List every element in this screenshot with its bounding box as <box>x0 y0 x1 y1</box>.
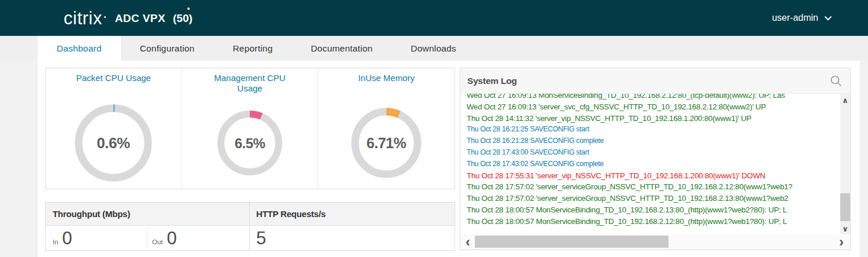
management-cpu-donut-chart: 6.5% <box>215 108 285 178</box>
management-cpu-donut: 6.5% <box>215 97 285 189</box>
inuse-memory-donut: 6.71% <box>349 97 423 189</box>
scroll-down-icon[interactable]: ∨ <box>840 223 850 234</box>
log-entry: Thu Oct 28 17:55:31 'server_vip_NSSVC_HT… <box>467 170 840 182</box>
packet-cpu-usage-chart: Packet CPU Usage 0.6% <box>46 68 182 189</box>
scroll-left-icon[interactable]: ‹ <box>460 234 475 249</box>
logo-trademark-icon <box>104 16 106 18</box>
log-entry: Wed Oct 27 16:09:13 'server_svc_cfg_NSSV… <box>467 101 840 113</box>
throughput-http-card: Throughput (Mbps) HTTP Requests/s In 0 O… <box>45 202 455 251</box>
system-log-header: System Log <box>460 68 850 94</box>
scroll-up-icon[interactable]: ∧ <box>840 95 850 105</box>
http-requests-value: 5 <box>256 229 266 248</box>
log-entry: Thu Oct 28 16:21:25 SAVECONFIG start <box>467 124 840 135</box>
log-vertical-scrollbar[interactable]: ∧ ∨ <box>840 94 850 235</box>
log-entry: Thu Oct 28 14:11:32 'server_vip_NSSVC_HT… <box>467 113 840 124</box>
throughput-out-metric: Out 0 <box>152 229 177 248</box>
log-entry: Thu Oct 28 16:21:28 SAVECONFIG complete <box>467 135 840 147</box>
app-header: citrix ADC VPX (50) user-admin <box>0 0 868 36</box>
tab-documentation[interactable]: Documentation <box>291 36 391 61</box>
log-entry: Thu Oct 28 17:57:02 'server_serviceGroup… <box>467 193 840 204</box>
system-log-list: Wed Oct 27 16:09:13 MonServiceBinding_TD… <box>460 94 850 227</box>
http-requests-metric: 5 <box>256 229 266 248</box>
throughput-http-values: In 0 Out 0 5 <box>46 226 455 250</box>
inuse-memory-value: 6.71% <box>367 135 407 151</box>
tab-downloads[interactable]: Downloads <box>391 36 475 61</box>
throughput-out-value: 0 <box>167 229 177 248</box>
throughput-in-value: 0 <box>62 229 72 248</box>
log-entry: Thu Oct 28 18:00:57 MonServiceBinding_TD… <box>467 204 840 216</box>
horizontal-scrollbar-thumb[interactable] <box>475 236 668 248</box>
app-title-count: (50) <box>173 12 193 25</box>
log-horizontal-scrollbar[interactable]: ‹ › <box>460 234 850 249</box>
log-entry: Wed Oct 27 16:09:13 MonServiceBinding_TD… <box>467 94 840 101</box>
log-entry: Thu Oct 28 17:43:00 SAVECONFIG start <box>467 147 840 159</box>
throughput-http-header: Throughput (Mbps) HTTP Requests/s <box>46 203 455 226</box>
inuse-memory-title: InUse Memory <box>358 73 415 97</box>
chevron-down-icon <box>824 16 832 21</box>
throughput-in-label: In <box>53 238 58 245</box>
search-icon[interactable] <box>830 75 843 87</box>
system-log-body: Wed Oct 27 16:09:13 MonServiceBinding_TD… <box>460 94 850 235</box>
management-cpu-usage-title: Management CPU Usage <box>201 73 299 97</box>
log-entry: Thu Oct 28 18:00:57 MonServiceBinding_TD… <box>467 216 840 227</box>
citrix-logo-text: citrix <box>64 8 102 29</box>
log-entry: Thu Oct 28 17:43:02 SAVECONFIG complete <box>467 159 840 170</box>
throughput-http-divider <box>249 203 250 250</box>
citrix-logo: citrix ADC VPX (50) <box>64 7 193 30</box>
app-title: ADC VPX <box>115 12 165 25</box>
user-menu-label: user-admin <box>772 13 818 23</box>
tab-configuration[interactable]: Configuration <box>121 36 214 61</box>
system-log-card: System Log Wed Oct 27 16:09:13 MonServic… <box>460 68 851 250</box>
management-cpu-value: 6.5% <box>235 135 265 151</box>
packet-cpu-donut-chart: 0.6% <box>73 102 154 183</box>
management-cpu-usage-chart: Management CPU Usage 6.5% <box>182 68 319 189</box>
in-out-divider <box>147 228 147 248</box>
user-menu[interactable]: user-admin <box>772 0 832 36</box>
scroll-right-icon[interactable]: › <box>834 234 849 249</box>
tab-reporting[interactable]: Reporting <box>213 36 291 61</box>
throughput-out-label: Out <box>152 238 163 245</box>
cpu-memory-charts-card: Packet CPU Usage 0.6% Management CPU Usa… <box>45 68 455 189</box>
logo-x-dot-icon <box>187 8 190 10</box>
throughput-title: Throughput (Mbps) <box>53 203 130 226</box>
inuse-memory-chart: InUse Memory 6.71% <box>318 68 455 189</box>
packet-cpu-usage-title: Packet CPU Usage <box>76 73 151 97</box>
inuse-memory-donut-chart: 6.71% <box>349 106 423 180</box>
log-entry: Thu Oct 28 17:57:02 'server_serviceGroup… <box>467 181 840 193</box>
packet-cpu-donut: 0.6% <box>73 97 154 189</box>
http-requests-title: HTTP Requests/s <box>256 203 326 226</box>
tab-dashboard[interactable]: Dashboard <box>38 36 121 61</box>
packet-cpu-value: 0.6% <box>97 134 131 152</box>
throughput-in-metric: In 0 <box>53 229 72 248</box>
tab-bar: DashboardConfigurationReportingDocumenta… <box>0 36 868 61</box>
citrix-adc-dashboard: citrix ADC VPX (50) user-admin Dashboard… <box>0 0 868 257</box>
vertical-scrollbar-thumb[interactable] <box>840 193 850 221</box>
system-log-title: System Log <box>467 68 517 94</box>
